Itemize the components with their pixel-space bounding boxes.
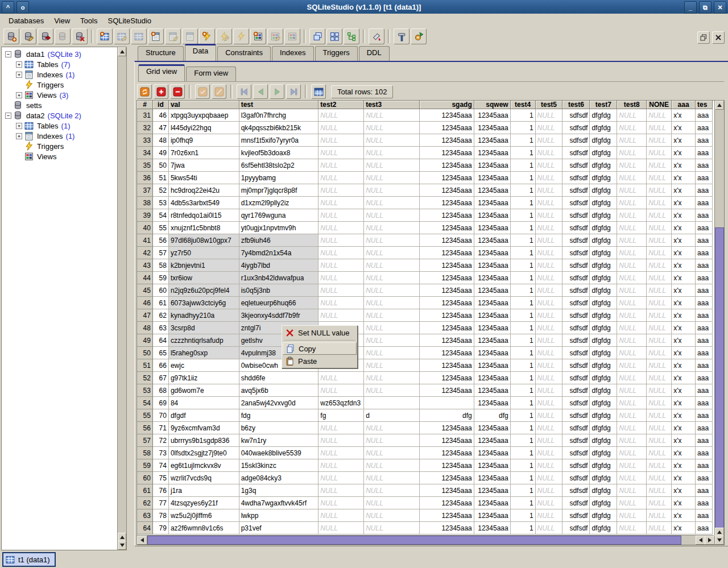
edit-table-icon[interactable]: [114, 28, 130, 44]
form-view-icon[interactable]: [311, 84, 326, 99]
cell-test[interactable]: adge084cky3: [239, 472, 319, 484]
column-header-id[interactable]: id: [153, 101, 169, 109]
cell-test7[interactable]: dfgfdg: [590, 484, 617, 497]
cell-test7[interactable]: dfgfdg: [590, 322, 617, 334]
cell-test5[interactable]: NULL: [536, 272, 563, 284]
cell-aaa[interactable]: x'x: [672, 234, 696, 247]
cell-val[interactable]: n2jq9z6u20pcj9fel4: [169, 284, 239, 297]
cell-test6[interactable]: sdfsdf: [562, 309, 590, 322]
cell-val[interactable]: 3csrp8d: [169, 322, 239, 334]
cell-test6[interactable]: sdfsdf: [562, 509, 590, 522]
cell-test4[interactable]: 1: [511, 134, 536, 147]
cell-test7[interactable]: dfgfdg: [590, 297, 617, 309]
menu-view[interactable]: View: [49, 15, 75, 27]
cell-id[interactable]: 79: [153, 522, 169, 534]
cell-test3[interactable]: NULL: [364, 297, 420, 309]
cell-aaa[interactable]: x'x: [672, 297, 696, 309]
edit-index-icon[interactable]: [165, 28, 181, 44]
subtab-form-view[interactable]: Form view: [186, 67, 236, 81]
cell-test2[interactable]: NULL: [318, 247, 364, 259]
tree-item-data1[interactable]: −data1(SQLite 3): [2, 49, 118, 59]
expand-icon[interactable]: +: [16, 123, 22, 129]
cell-test7[interactable]: dfgfdg: [590, 359, 617, 372]
cell-val[interactable]: j1ra: [169, 484, 239, 497]
tree-scroll-up-icon[interactable]: [118, 47, 126, 56]
column-header-test5[interactable]: test5: [536, 101, 563, 109]
cell-aaa[interactable]: x'x: [672, 347, 696, 359]
cell-NONE[interactable]: NULL: [647, 272, 672, 284]
cell-test[interactable]: 6sf5ehtl38tslo2p2: [239, 159, 319, 172]
cell-sqwew[interactable]: 12345aaa: [474, 234, 511, 247]
cell-test8[interactable]: NULL: [617, 322, 647, 334]
cell-NONE[interactable]: NULL: [647, 247, 672, 259]
tab-indexes[interactable]: Indexes: [272, 46, 314, 61]
cell-test[interactable]: 4iygb7lbd: [239, 259, 319, 272]
cell-aaa[interactable]: x'x: [672, 109, 696, 122]
cell-test5[interactable]: NULL: [536, 522, 563, 534]
cell-tes[interactable]: aaa: [696, 347, 713, 359]
row-number-cell[interactable]: 44: [137, 272, 153, 284]
cell-test5[interactable]: NULL: [536, 484, 563, 497]
cell-test7[interactable]: dfgfdg: [590, 447, 617, 459]
column-header-aaa[interactable]: aaa: [672, 101, 696, 109]
cell-test6[interactable]: sdfsdf: [562, 322, 590, 334]
tree-item-setts[interactable]: setts: [2, 100, 118, 110]
cell-id[interactable]: 74: [153, 459, 169, 472]
cell-test6[interactable]: sdfsdf: [562, 384, 590, 397]
cell-sqwew[interactable]: 12345aaa: [474, 297, 511, 309]
cell-sgadg[interactable]: 12345aaa: [420, 184, 474, 197]
cell-test3[interactable]: NULL: [364, 447, 420, 459]
cell-test[interactable]: 040waek8blive5539: [239, 447, 319, 459]
configure-icon[interactable]: [394, 28, 410, 44]
cell-val[interactable]: 4tzsqzyes6y21f: [169, 497, 239, 509]
cell-aaa[interactable]: x'x: [672, 222, 696, 234]
cell-test7[interactable]: dfgfdg: [590, 109, 617, 122]
cell-val[interactable]: kynadhyy210a: [169, 309, 239, 322]
cell-test6[interactable]: sdfsdf: [562, 409, 590, 422]
cell-val[interactable]: wz5u2j0jlffm6: [169, 509, 239, 522]
cell-test4[interactable]: 1: [511, 372, 536, 384]
cell-test3[interactable]: NULL: [364, 197, 420, 209]
cell-test2[interactable]: NULL: [318, 147, 364, 159]
cell-val[interactable]: 0lfsdtx2sgjtz7j9te0: [169, 447, 239, 459]
grid-vertical-scrollbar[interactable]: [714, 101, 724, 544]
cell-NONE[interactable]: NULL: [647, 434, 672, 447]
cell-test6[interactable]: sdfsdf: [562, 234, 590, 247]
next-row-icon[interactable]: [270, 84, 284, 99]
cell-test3[interactable]: NULL: [364, 247, 420, 259]
cell-tes[interactable]: aaa: [696, 372, 713, 384]
cell-id[interactable]: 66: [153, 359, 169, 372]
cell-test3[interactable]: NULL: [364, 472, 420, 484]
cell-aaa[interactable]: x'x: [672, 172, 696, 184]
row-number-cell[interactable]: 52: [137, 372, 153, 384]
cell-test8[interactable]: NULL: [617, 422, 647, 434]
column-header-test6[interactable]: test6: [562, 101, 590, 109]
cell-test4[interactable]: 1: [511, 359, 536, 372]
cell-sgadg[interactable]: 12345aaa: [420, 347, 474, 359]
cell-test6[interactable]: sdfsdf: [562, 259, 590, 272]
cell-test5[interactable]: NULL: [536, 209, 563, 222]
cell-test4[interactable]: 1: [511, 209, 536, 222]
restore-icon[interactable]: ⧉: [699, 1, 712, 14]
cell-test4[interactable]: 1: [511, 159, 536, 172]
context-menu-item-copy[interactable]: Copy: [283, 342, 357, 355]
drop-table-icon[interactable]: [131, 28, 147, 44]
cell-test8[interactable]: NULL: [617, 484, 647, 497]
cell-test6[interactable]: sdfsdf: [562, 334, 590, 347]
row-number-cell[interactable]: 55: [137, 409, 153, 422]
cell-tes[interactable]: aaa: [696, 484, 713, 497]
cell-test6[interactable]: sdfsdf: [562, 222, 590, 234]
tree-item-indexes[interactable]: +Indexes(1): [2, 69, 118, 80]
cell-id[interactable]: 67: [153, 372, 169, 384]
cell-sgadg[interactable]: 12345aaa: [420, 159, 474, 172]
cell-test8[interactable]: NULL: [617, 497, 647, 509]
cell-test5[interactable]: NULL: [536, 397, 563, 409]
row-number-cell[interactable]: 42: [137, 247, 153, 259]
cell-sqwew[interactable]: 12345aaa: [474, 122, 511, 134]
taskbar-item-t1[interactable]: t1 (data1): [2, 552, 56, 567]
cell-sgadg[interactable]: 12345aaa: [420, 522, 474, 534]
cell-test5[interactable]: NULL: [536, 122, 563, 134]
cell-sqwew[interactable]: dfg: [474, 409, 511, 422]
column-header-test[interactable]: test: [239, 101, 319, 109]
cell-test4[interactable]: 1: [511, 259, 536, 272]
